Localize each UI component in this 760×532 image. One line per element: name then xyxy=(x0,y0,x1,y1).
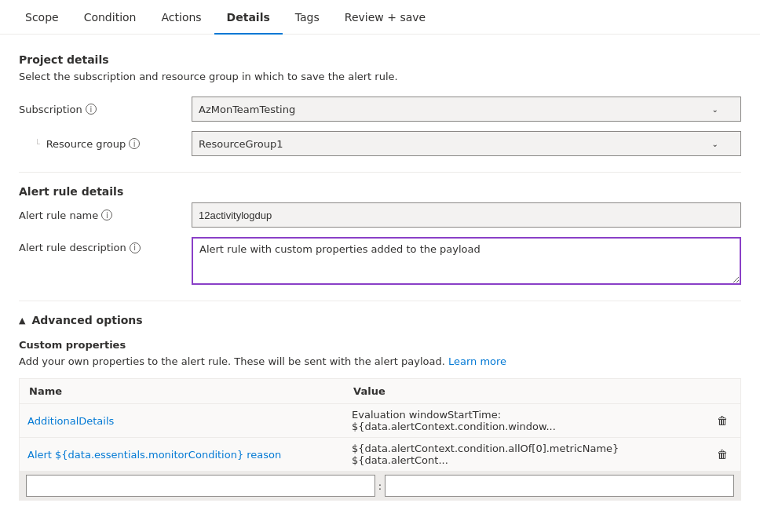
tab-details[interactable]: Details xyxy=(214,0,283,35)
prop-value-cell: ${data.alertContext.condition.allOf[0].m… xyxy=(344,438,705,472)
new-prop-name-input[interactable] xyxy=(26,475,375,497)
resource-group-info-icon: i xyxy=(129,138,140,149)
prop-value-cell: Evaluation windowStartTime: ${data.alert… xyxy=(344,404,705,438)
new-prop-value-input[interactable] xyxy=(385,475,734,497)
new-row-combo-cell: : xyxy=(20,472,741,501)
tab-actions[interactable]: Actions xyxy=(148,0,214,35)
prop-name-cell: Alert ${data.essentials.monitorCondition… xyxy=(20,438,345,472)
alert-rule-name-row: Alert rule name i xyxy=(19,202,741,228)
subscription-dropdown-arrow: ⌄ xyxy=(712,105,718,114)
subscription-dropdown[interactable]: AzMonTeamTesting ⌄ xyxy=(192,97,741,122)
custom-properties-section: Custom properties Add your own propertie… xyxy=(19,339,741,501)
main-content: Project details Select the subscription … xyxy=(0,35,760,519)
resource-group-dropdown[interactable]: ResourceGroup1 ⌄ xyxy=(192,131,741,156)
divider-1 xyxy=(19,172,741,173)
prop-name-link[interactable]: Alert ${data.essentials.monitorCondition… xyxy=(27,449,281,461)
resource-group-row: └ Resource group i ResourceGroup1 ⌄ xyxy=(19,131,741,156)
alert-rule-details-title: Alert rule details xyxy=(19,185,741,198)
new-row-colon: : xyxy=(378,480,382,492)
alert-rule-description-input[interactable]: Alert rule with custom properties added … xyxy=(192,237,741,285)
prop-action-cell: 🗑 xyxy=(705,404,741,438)
alert-rule-name-label: Alert rule name i xyxy=(19,210,192,221)
resource-group-dropdown-arrow: ⌄ xyxy=(712,140,718,148)
divider-2 xyxy=(19,301,741,301)
subscription-info-icon: i xyxy=(86,104,97,115)
table-header-value: Value xyxy=(344,379,705,404)
table-header-name: Name xyxy=(20,379,345,404)
prop-name-link[interactable]: AdditionalDetails xyxy=(27,415,114,427)
advanced-options-section: ▲ Advanced options Custom properties Add… xyxy=(19,314,741,501)
project-details-title: Project details xyxy=(19,53,741,66)
advanced-options-toggle[interactable]: ▲ Advanced options xyxy=(19,314,741,326)
subscription-row: Subscription i AzMonTeamTesting ⌄ xyxy=(19,97,741,122)
learn-more-link[interactable]: Learn more xyxy=(448,355,506,367)
project-details-section: Project details Select the subscription … xyxy=(19,53,741,156)
project-details-description: Select the subscription and resource gro… xyxy=(19,71,741,82)
tab-navigation: Scope Condition Actions Details Tags Rev… xyxy=(0,0,760,35)
prop-action-cell: 🗑 xyxy=(705,438,741,472)
tab-review-save[interactable]: Review + save xyxy=(332,0,438,35)
subscription-label: Subscription i xyxy=(19,104,192,115)
prop-name-cell: AdditionalDetails xyxy=(20,404,345,438)
alert-rule-details-section: Alert rule details Alert rule name i Ale… xyxy=(19,185,741,285)
resource-group-label: └ Resource group i xyxy=(19,138,192,150)
advanced-options-chevron-icon: ▲ xyxy=(19,315,25,326)
alert-rule-description-label: Alert rule description i xyxy=(19,237,192,253)
alert-rule-name-input[interactable] xyxy=(192,202,741,228)
tab-scope[interactable]: Scope xyxy=(13,0,71,35)
table-row: AdditionalDetailsEvaluation windowStartT… xyxy=(20,404,741,438)
custom-properties-description: Add your own properties to the alert rul… xyxy=(19,355,741,367)
table-header-row: Name Value xyxy=(20,379,741,404)
tab-tags[interactable]: Tags xyxy=(283,0,332,35)
alert-rule-name-info-icon: i xyxy=(101,210,112,220)
alert-rule-description-row: Alert rule description i Alert rule with… xyxy=(19,237,741,285)
alert-rule-description-info-icon: i xyxy=(130,242,141,253)
delete-row-icon[interactable]: 🗑 xyxy=(717,448,728,461)
custom-properties-title: Custom properties xyxy=(19,339,741,351)
table-new-row: : xyxy=(20,472,741,501)
delete-row-icon[interactable]: 🗑 xyxy=(717,414,728,427)
table-row: Alert ${data.essentials.monitorCondition… xyxy=(20,438,741,472)
tab-condition[interactable]: Condition xyxy=(71,0,149,35)
table-header-actions xyxy=(705,379,741,404)
custom-properties-table: Name Value AdditionalDetailsEvaluation w… xyxy=(19,378,741,501)
